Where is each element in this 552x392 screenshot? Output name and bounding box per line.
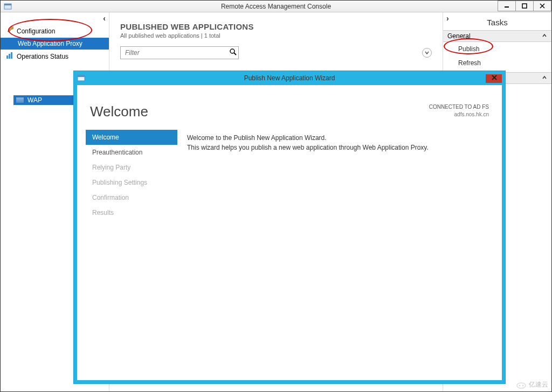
- titlebar: Remote Access Management Console: [1, 1, 551, 12]
- chart-icon: [6, 52, 13, 61]
- app-icon: [4, 3, 12, 10]
- svg-point-17: [522, 384, 524, 386]
- step-confirmation: Confirmation: [86, 190, 177, 205]
- svg-line-10: [234, 53, 236, 55]
- svg-rect-12: [78, 75, 85, 77]
- section-collapse-icon: [542, 74, 547, 82]
- filter-input[interactable]: [120, 46, 239, 59]
- wizard-title: Publish New Application Wizard: [244, 74, 335, 82]
- published-apps-title: PUBLISHED WEB APPLICATIONS: [120, 22, 432, 31]
- server-icon: [16, 97, 24, 103]
- wrench-icon: [6, 26, 13, 36]
- published-apps-subtitle: All published web applications | 1 total: [120, 32, 432, 39]
- close-button[interactable]: [533, 1, 551, 11]
- step-preauth[interactable]: Preauthentication: [86, 145, 177, 160]
- svg-point-16: [519, 384, 521, 386]
- filter-row: [120, 46, 432, 59]
- section-collapse-icon: [542, 32, 547, 40]
- minimize-button[interactable]: [498, 1, 516, 11]
- wizard-body-line2: This wizard helps you publish a new web …: [187, 143, 491, 152]
- publish-wizard: Publish New Application Wizard Welcome C…: [73, 71, 506, 384]
- right-expand-button[interactable]: ›: [446, 14, 449, 23]
- wizard-steps: Welcome Preauthentication Relying Party …: [86, 130, 177, 220]
- nav-label: Web Application Proxy: [18, 40, 82, 47]
- step-results: Results: [86, 205, 177, 220]
- step-relying-party: Relying Party: [86, 160, 177, 175]
- nav-label: Configuration: [17, 27, 55, 35]
- wizard-inner: Welcome CONNECTED TO AD FS adfs.nos.hk.c…: [77, 88, 502, 380]
- wizard-connection-status: CONNECTED TO AD FS adfs.nos.hk.cn: [429, 103, 489, 118]
- expand-chevron-icon[interactable]: [422, 48, 432, 58]
- wizard-main: Welcome to the Publish New Application W…: [177, 130, 502, 220]
- svg-point-9: [230, 49, 234, 53]
- step-publishing-settings: Publishing Settings: [86, 175, 177, 190]
- step-welcome[interactable]: Welcome: [86, 130, 177, 145]
- svg-rect-3: [522, 4, 527, 8]
- wizard-heading: Welcome: [90, 103, 148, 120]
- svg-point-15: [517, 383, 526, 388]
- section-label: General: [447, 32, 471, 40]
- tasks-section-general[interactable]: General: [443, 30, 551, 42]
- svg-rect-6: [6, 55, 8, 59]
- task-publish[interactable]: Publish: [443, 42, 551, 56]
- wizard-content: Welcome Preauthentication Relying Party …: [77, 130, 502, 220]
- maximize-button[interactable]: [515, 1, 534, 11]
- nav-item-configuration[interactable]: Configuration: [1, 24, 109, 38]
- watermark: 亿速云: [516, 380, 548, 389]
- nav-item-wap[interactable]: Web Application Proxy: [1, 38, 109, 50]
- window-title: Remote Access Management Console: [221, 3, 331, 10]
- svg-rect-1: [4, 4, 11, 5]
- filter-box: [120, 46, 239, 59]
- svg-rect-7: [9, 54, 10, 59]
- wizard-header: Welcome CONNECTED TO AD FS adfs.nos.hk.c…: [77, 88, 502, 130]
- nav-collapse-button[interactable]: ‹: [103, 14, 106, 23]
- wizard-body-line1: Welcome to the Publish New Application W…: [187, 133, 491, 143]
- wizard-close-button[interactable]: [486, 72, 503, 83]
- window-controls: [498, 1, 551, 11]
- nav-item-ops-status[interactable]: Operations Status: [1, 50, 109, 63]
- svg-rect-8: [11, 52, 12, 59]
- wizard-body: Welcome CONNECTED TO AD FS adfs.nos.hk.c…: [74, 85, 505, 383]
- search-icon[interactable]: [229, 48, 237, 57]
- connected-label: CONNECTED TO AD FS: [429, 103, 489, 111]
- watermark-text: 亿速云: [529, 380, 548, 389]
- task-refresh[interactable]: Refresh: [443, 56, 551, 70]
- nav-label: WAP: [27, 96, 42, 104]
- tasks-header: Tasks: [443, 12, 551, 30]
- connected-server: adfs.nos.hk.cn: [429, 111, 489, 118]
- nav-label: Operations Status: [17, 53, 68, 60]
- wizard-icon: [77, 74, 86, 82]
- wizard-titlebar[interactable]: Publish New Application Wizard: [74, 71, 505, 85]
